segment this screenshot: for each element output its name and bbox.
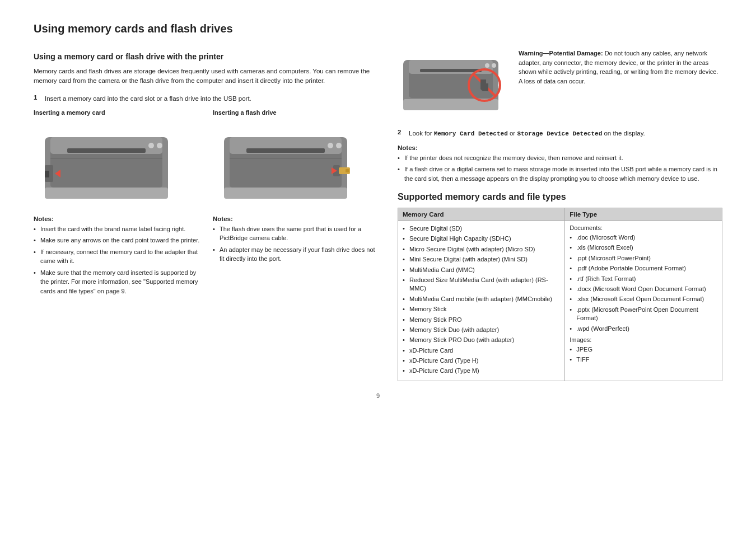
page-title: Using memory cards and flash drives <box>34 22 722 35</box>
insert-section: Inserting a memory card <box>34 109 381 210</box>
file-types-images-list: JPEG TIFF <box>570 345 717 364</box>
svg-rect-19 <box>224 188 347 199</box>
fi-2: TIFF <box>570 355 717 364</box>
table-header-type: File Type <box>565 208 722 221</box>
step2-post: on the display. <box>602 130 645 137</box>
step2-mid: or <box>508 130 517 137</box>
ft-6: .docx (Microsoft Word Open Document Form… <box>570 285 717 293</box>
mc-13: xD-Picture Card (Type H) <box>403 357 560 365</box>
intro-text: Memory cards and flash drives are storag… <box>34 67 381 86</box>
note-left-4: Make sure that the memory card inserted … <box>34 268 202 296</box>
fi-1: JPEG <box>570 345 717 354</box>
mc-9: Memory Stick PRO <box>403 316 560 324</box>
step2-code2: Storage Device Detected <box>517 130 602 137</box>
mc-7: MultiMedia Card mobile (with adapter) (M… <box>403 295 560 303</box>
svg-rect-14 <box>246 148 325 153</box>
warning-title: Warning—Potential Damage: <box>519 50 603 57</box>
ft-1: .doc (Microsoft Word) <box>570 233 717 242</box>
step-1-num: 1 <box>34 94 41 104</box>
notes-left-title: Notes: <box>34 216 202 222</box>
notes-right-list: The flash drive uses the same port that … <box>213 224 381 264</box>
notes2-list: If the printer does not recognize the me… <box>398 153 722 184</box>
svg-point-9 <box>157 143 162 148</box>
svg-rect-7 <box>45 188 168 199</box>
notes-right-box: Notes: The flash drive uses the same por… <box>213 216 381 298</box>
notes-section: Notes: Insert the card with the brand na… <box>34 216 381 298</box>
mc-8: Memory Stick <box>403 305 560 313</box>
notes-left-list: Insert the card with the brand name labe… <box>34 224 202 296</box>
svg-rect-26 <box>420 69 482 72</box>
step-1-text: Insert a memory card into the card slot … <box>45 94 251 104</box>
note-left-1: Insert the card with the brand name labe… <box>34 224 202 234</box>
notes2-title: Notes: <box>398 144 722 151</box>
svg-point-29 <box>492 63 496 68</box>
docs-label: Documents: <box>570 224 717 231</box>
step-2-row: 2 Look for Memory Card Detected or Stora… <box>398 129 722 139</box>
warning-text-block: Warning—Potential Damage: Do not touch a… <box>519 49 722 86</box>
ft-8: .pptx (Microsoft PowerPoint Open Documen… <box>570 306 717 323</box>
notes-left-box: Notes: Insert the card with the brand na… <box>34 216 202 298</box>
page-number: 9 <box>34 392 722 399</box>
table-header-card: Memory Card <box>398 208 565 221</box>
insert-flash-image <box>213 120 381 210</box>
note-right-1: The flash drive uses the same port that … <box>213 224 381 243</box>
file-types-cell: Documents: .doc (Microsoft Word) .xls (M… <box>565 221 722 381</box>
images-label: Images: <box>570 336 717 343</box>
step2-pre: Look for <box>409 130 434 137</box>
mc-12: xD-Picture Card <box>403 346 560 355</box>
warning-image <box>398 49 510 123</box>
ft-7: .xlsx (Microsoft Excel Open Document For… <box>570 295 717 303</box>
mc-4: Mini Secure Digital (with adapter) (Mini… <box>403 255 560 264</box>
svg-rect-6 <box>45 171 49 177</box>
svg-rect-3 <box>67 148 146 153</box>
section-subtitle: Using a memory card or flash drive with … <box>34 52 381 61</box>
mc-14: xD-Picture Card (Type M) <box>403 367 560 375</box>
step-2-text: Look for Memory Card Detected or Storage… <box>409 129 645 139</box>
mc-5: MultiMedia Card (MMC) <box>403 266 560 274</box>
insert-memory-image <box>34 120 202 210</box>
insert-flash-label: Inserting a flash drive <box>213 109 381 116</box>
mc-11: Memory Stick PRO Duo (with adapter) <box>403 336 560 344</box>
ft-4: .pdf (Adobe Portable Document Format) <box>570 264 717 273</box>
ft-9: .wpd (WordPerfect) <box>570 325 717 333</box>
svg-point-21 <box>336 143 342 148</box>
insert-flash-box: Inserting a flash drive <box>213 109 381 210</box>
ft-2: .xls (Microsoft Excel) <box>570 243 717 252</box>
right-top-section: Warning—Potential Damage: Do not touch a… <box>398 49 722 183</box>
memory-cards-cell: Secure Digital (SD) Secure Digital High … <box>398 221 565 381</box>
file-types-docs-list: .doc (Microsoft Word) .xls (Microsoft Ex… <box>570 233 717 333</box>
supported-section-title: Supported memory cards and file types <box>398 192 722 202</box>
mc-10: Memory Stick Duo (with adapter) <box>403 326 560 334</box>
supported-table: Memory Card File Type Secure Digital (SD… <box>398 208 722 381</box>
note2-2: If a flash drive or a digital camera set… <box>398 165 722 183</box>
step2-code1: Memory Card Detected <box>434 130 508 137</box>
notes-right-title: Notes: <box>213 216 381 222</box>
note-left-2: Make sure any arrows on the card point t… <box>34 236 202 245</box>
note2-1: If the printer does not recognize the me… <box>398 153 722 163</box>
insert-memory-label: Inserting a memory card <box>34 109 202 116</box>
ft-5: .rtf (Rich Text Format) <box>570 275 717 283</box>
warning-content: Warning—Potential Damage: Do not touch a… <box>519 50 718 85</box>
mc-6: Reduced Size MultiMedia Card (with adapt… <box>403 276 560 293</box>
mc-3: Micro Secure Digital (with adapter) (Mic… <box>403 245 560 254</box>
svg-point-20 <box>328 143 333 148</box>
step-1: 1 Insert a memory card into the card slo… <box>34 94 381 104</box>
memory-cards-list: Secure Digital (SD) Secure Digital High … <box>403 224 560 376</box>
svg-rect-17 <box>346 169 349 172</box>
ft-3: .ppt (Microsoft PowerPoint) <box>570 254 717 263</box>
note-right-2: An adapter may be necessary if your flas… <box>213 245 381 264</box>
mc-2: Secure Digital High Capacity (SDHC) <box>403 235 560 243</box>
insert-memory-box: Inserting a memory card <box>34 109 202 210</box>
mc-1: Secure Digital (SD) <box>403 224 560 233</box>
step-2-num: 2 <box>398 129 405 139</box>
note-left-3: If necessary, connect the memory card to… <box>34 247 202 266</box>
svg-point-8 <box>148 143 154 148</box>
svg-point-28 <box>485 63 489 68</box>
